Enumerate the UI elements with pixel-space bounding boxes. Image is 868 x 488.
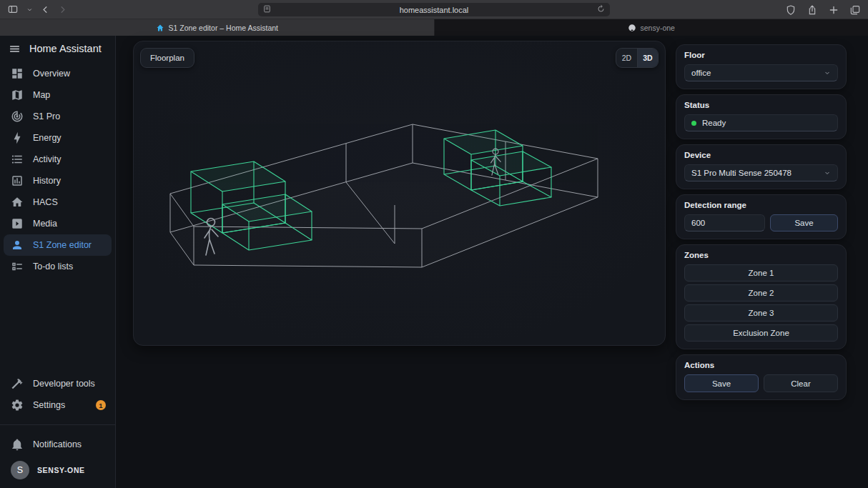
floor-card: Floor office (676, 44, 847, 89)
bell-icon (11, 438, 24, 451)
chart-box-icon (11, 174, 24, 187)
chevron-down-icon (824, 169, 831, 176)
actions-clear-button[interactable]: Clear (764, 374, 838, 392)
back-icon[interactable] (41, 5, 50, 14)
privacy-shield-icon[interactable] (785, 4, 797, 16)
toggle-2d[interactable]: 2D (616, 49, 637, 67)
url-text: homeassistant.local (272, 6, 596, 14)
status-title: Status (684, 101, 838, 109)
tab-overview-icon[interactable] (849, 4, 861, 16)
floor-value: office (691, 69, 711, 77)
sidebar-item-notifications[interactable]: Notifications (4, 434, 112, 455)
new-tab-icon[interactable] (828, 4, 839, 16)
sidebar-item-activity[interactable]: Activity (4, 149, 112, 170)
reload-icon[interactable] (596, 4, 606, 16)
radar-icon (11, 110, 24, 123)
sidebar-divider (0, 424, 115, 425)
detection-range-title: Detection range (684, 201, 838, 209)
clipboard-list-icon (11, 260, 24, 273)
tab-strip: S1 Zone editor – Home Assistant sensy-on… (0, 19, 868, 36)
device-title: Device (684, 151, 838, 159)
sidebar-item-s1-pro[interactable]: S1 Pro (4, 106, 112, 127)
share-icon[interactable] (807, 4, 818, 16)
device-select[interactable]: S1 Pro Multi Sense 250478 (684, 164, 838, 181)
detection-range-save-button[interactable]: Save (770, 214, 838, 231)
browser-toolbar: homeassistant.local (0, 0, 868, 19)
user-profile[interactable]: S SENSY-ONE (4, 455, 112, 485)
forward-icon[interactable] (58, 5, 67, 14)
hacs-icon (11, 196, 24, 209)
play-box-icon (11, 217, 24, 230)
zone-1-button[interactable]: Zone 1 (684, 264, 838, 282)
chevron-down-icon (824, 69, 831, 76)
floorplan-3d-view[interactable] (134, 41, 666, 346)
tab-title: sensy-one (641, 24, 675, 32)
sidebar-item-settings[interactable]: Settings 1 (4, 394, 112, 416)
sidebar-bottom: Developer tools Settings 1 Notifications… (0, 373, 115, 485)
home-assistant-favicon (156, 24, 164, 32)
status-field: Ready (684, 114, 838, 131)
actions-title: Actions (684, 361, 838, 369)
actions-card: Actions Save Clear (676, 354, 847, 400)
detection-range-card: Detection range Save (676, 194, 847, 239)
chevron-down-icon[interactable] (26, 6, 33, 13)
home-assistant-app: Home Assistant Overview Map S1 Pro Ener (0, 36, 868, 488)
sidebar-item-hacs[interactable]: HACS (4, 191, 112, 213)
settings-panel: Floor office Status Ready Device (676, 44, 847, 405)
avatar: S (11, 461, 29, 479)
floor-title: Floor (684, 51, 838, 59)
sidebar-item-map[interactable]: Map (4, 84, 112, 106)
floorplan-card: Floorplan 2D 3D (133, 41, 666, 346)
device-card: Device S1 Pro Multi Sense 250478 (676, 144, 847, 189)
floor-select[interactable]: office (684, 64, 838, 81)
zones-card: Zones Zone 1 Zone 2 Zone 3 Exclusion Zon… (676, 244, 847, 349)
exclusion-zone-button[interactable]: Exclusion Zone (684, 324, 838, 342)
status-value: Ready (702, 119, 726, 127)
sidebar-item-todo-lists[interactable]: To-do lists (4, 256, 112, 277)
room-wireframe (170, 124, 598, 267)
sidebar-item-developer-tools[interactable]: Developer tools (4, 373, 112, 394)
tab-active[interactable]: S1 Zone editor – Home Assistant (0, 19, 434, 36)
floorplan-button[interactable]: Floorplan (140, 48, 194, 68)
zone-3-button[interactable]: Zone 3 (684, 304, 838, 322)
toggle-3d[interactable]: 3D (637, 49, 658, 67)
sidebar-item-media[interactable]: Media (4, 213, 112, 234)
app-title: Home Assistant (29, 43, 102, 54)
user-name: SENSY-ONE (37, 466, 85, 474)
settings-badge: 1 (96, 400, 106, 410)
hammer-icon (11, 377, 24, 390)
sidebar: Home Assistant Overview Map S1 Pro Ener (0, 36, 116, 488)
screen: homeassistant.local S1 Zone editor – Hom… (0, 0, 868, 488)
device-value: S1 Pro Multi Sense 250478 (691, 169, 791, 177)
url-bar[interactable]: homeassistant.local (258, 3, 610, 16)
status-dot (691, 121, 696, 126)
list-bulleted-icon (11, 153, 24, 166)
zone-2-button[interactable]: Zone 2 (684, 284, 838, 302)
detection-range-input[interactable] (684, 214, 765, 231)
sidebar-item-overview[interactable]: Overview (4, 63, 112, 84)
browser-chrome: homeassistant.local S1 Zone editor – Hom… (0, 0, 868, 36)
view-toggle: 2D 3D (616, 48, 659, 68)
tab-inactive[interactable]: sensy-one (434, 19, 868, 36)
tab-title: S1 Zone editor – Home Assistant (169, 24, 279, 32)
sidebar-nav: Overview Map S1 Pro Energy Activity (0, 63, 115, 277)
main-content: Floorplan 2D 3D (116, 36, 868, 488)
sidebar-item-energy[interactable]: Energy (4, 127, 112, 149)
sidebar-toggle-icon[interactable] (7, 4, 19, 15)
gear-icon (11, 399, 24, 412)
status-card: Status Ready (676, 94, 847, 139)
zones-title: Zones (684, 251, 838, 259)
actions-save-button[interactable]: Save (684, 374, 759, 392)
lightning-bolt-icon (11, 131, 24, 144)
motion-sensor-icon (11, 239, 24, 252)
sidebar-item-s1-zone-editor[interactable]: S1 Zone editor (4, 234, 112, 256)
map-icon (11, 89, 24, 101)
view-dashboard-icon (11, 67, 24, 80)
page-icon (262, 4, 272, 16)
sidebar-item-history[interactable]: History (4, 170, 112, 191)
hamburger-menu-icon[interactable] (9, 43, 21, 55)
github-icon (628, 24, 636, 32)
